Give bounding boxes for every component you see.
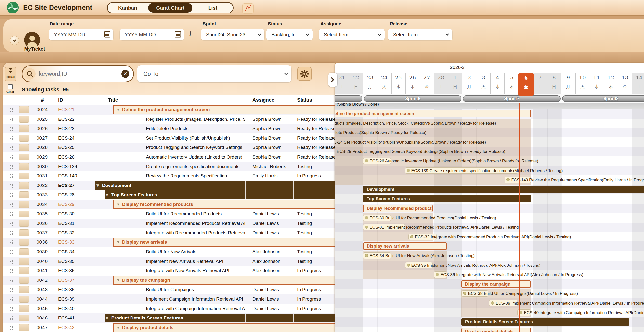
calendar-icon[interactable]	[104, 31, 110, 39]
expand-table-button[interactable]	[328, 73, 337, 87]
avatar[interactable]	[24, 32, 40, 48]
table-row[interactable]: 0041ECS-36Integrate with New Arrivals Re…	[4, 266, 335, 276]
collapse-triangle-icon[interactable]: ▼	[116, 202, 120, 207]
drag-handle-icon[interactable]	[10, 288, 13, 292]
group-row-bar[interactable]: ▼Development	[96, 181, 335, 190]
gantt-summary-bar[interactable]: Define the product management screen	[335, 110, 531, 117]
table-row[interactable]: 0038ECS-33▼Display new arrivals	[4, 238, 335, 247]
table-row[interactable]: 0045ECS-40Integrate with Campaign Inform…	[4, 304, 335, 314]
date-to-field[interactable]: YYYY-MM-DD	[120, 29, 184, 40]
table-row[interactable]: 0046ECS-41▼Product Details Screen Featur…	[4, 313, 335, 323]
assignee-select[interactable]: Select Item	[319, 29, 385, 40]
table-row[interactable]: 0037ECS-32Integrate with Recommended Pro…	[4, 228, 335, 238]
clear-filter-control[interactable]: Clear	[6, 84, 21, 94]
table-row[interactable]: 0030ECS-139Create requirements specifica…	[4, 162, 335, 172]
table-row[interactable]: 0031ECS-140Review the Requirements Speci…	[4, 171, 335, 181]
selected-summary-row[interactable]: ▼Define the product management screen	[113, 105, 335, 114]
drag-handle-icon[interactable]	[10, 165, 13, 169]
drag-handle-icon[interactable]	[10, 126, 13, 131]
table-row[interactable]: 0024ECS-21▼Define the product management…	[4, 105, 335, 114]
drag-handle-icon[interactable]	[10, 316, 13, 320]
drag-handle-icon[interactable]	[10, 117, 13, 122]
table-row[interactable]: 0026ECS-23Edit/Delete ProductsSophia Bro…	[4, 124, 335, 134]
table-row[interactable]: 0028ECS-25Product Tagging and Search Key…	[4, 143, 335, 152]
group-row-bar[interactable]: ▼Top Screen Features	[105, 190, 335, 199]
drag-handle-icon[interactable]	[10, 174, 13, 178]
drag-handle-icon[interactable]	[10, 136, 13, 140]
sprint-capsule[interactable]: Sprint8	[562, 96, 644, 102]
table-row[interactable]: 0034ECS-29▼Display recommended products	[4, 200, 335, 209]
drag-handle-icon[interactable]	[10, 269, 13, 273]
table-row[interactable]: 0047ECS-42▼Display product details	[4, 323, 335, 332]
sprint-capsule[interactable]: Sprint6	[364, 96, 462, 102]
table-row[interactable]: 0035ECS-30Build UI for Recommended Produ…	[4, 209, 335, 219]
search-clear-icon[interactable]: ✕	[122, 70, 129, 78]
drag-handle-icon[interactable]	[10, 212, 13, 216]
drag-handle-icon[interactable]	[10, 108, 13, 112]
day-number: 26	[406, 74, 420, 80]
gantt-summary-bar[interactable]: Display the campaign	[462, 280, 531, 288]
collapse-triangle-icon[interactable]: ▼	[105, 190, 110, 199]
drag-handle-icon[interactable]	[10, 202, 13, 206]
collapse-triangle-icon[interactable]: ▼	[96, 181, 100, 190]
collapse-triangle-icon[interactable]: ▼	[116, 108, 120, 112]
drag-handle-icon[interactable]	[10, 250, 13, 254]
drag-handle-icon[interactable]	[10, 231, 13, 235]
burndown-chart-button[interactable]	[242, 4, 254, 14]
clear-checkbox[interactable]	[8, 84, 13, 89]
gantt-group-bar[interactable]: Top Screen Features	[363, 195, 531, 202]
table-row[interactable]: 0027ECS-24Set Product Visibility (Publis…	[4, 134, 335, 143]
drag-handle-icon[interactable]	[10, 155, 13, 159]
drag-handle-icon[interactable]	[10, 221, 13, 226]
drag-handle-icon[interactable]	[10, 259, 13, 264]
calendar-icon[interactable]	[175, 31, 181, 39]
sprint-capsule[interactable]: Sprint7	[463, 96, 560, 102]
group-row-bar[interactable]: ▼Product Details Screen Features	[105, 314, 335, 322]
release-select[interactable]: Select Item	[388, 29, 452, 40]
drag-handle-icon[interactable]	[10, 297, 13, 301]
settings-button[interactable]	[297, 67, 312, 81]
table-row[interactable]: 0025ECS-22Register Products (Images, Des…	[4, 114, 335, 124]
table-row[interactable]: 0039ECS-34Build UI for New ArrivalsAlex …	[4, 247, 335, 257]
gantt-summary-bar[interactable]: Display new arrivals	[363, 242, 446, 250]
table-row[interactable]: 0042ECS-37▼Display the campaign	[4, 276, 335, 285]
search-input[interactable]	[39, 71, 122, 77]
drag-handle-icon[interactable]	[10, 240, 13, 244]
tab-gantt-chart[interactable]: Gantt Chart	[148, 3, 192, 12]
drag-handle-icon[interactable]	[10, 307, 13, 311]
collapse-filters-button[interactable]	[10, 36, 19, 45]
gantt-summary-bar[interactable]: Display product details	[462, 328, 531, 332]
sprint-select[interactable]: Sprint24, Sprint23	[201, 29, 264, 40]
drag-handle-icon[interactable]	[10, 193, 13, 197]
selected-summary-row[interactable]: ▼Display product details	[113, 323, 335, 332]
table-row[interactable]: 0036ECS-31Implement Recommended Products…	[4, 219, 335, 228]
collapse-triangle-icon[interactable]: ▼	[116, 326, 120, 330]
date-from-field[interactable]: YYYY-MM-DD	[49, 29, 113, 40]
collapse-triangle-icon[interactable]: ▼	[116, 278, 120, 283]
table-row[interactable]: 0043ECS-38Build UI for CampaignsDaniel L…	[4, 285, 335, 294]
tab-list[interactable]: List	[193, 5, 233, 11]
collapse-triangle-icon[interactable]: ▼	[116, 240, 120, 245]
goto-select[interactable]: Go To	[138, 65, 292, 82]
selected-summary-row[interactable]: ▼Display recommended products	[113, 200, 335, 209]
selected-summary-row[interactable]: ▼Display new arrivals	[113, 238, 335, 246]
table-row[interactable]: 0029ECS-26Automatic Inventory Update (Li…	[4, 152, 335, 162]
table-row[interactable]: 0032ECS-27▼Development	[4, 181, 335, 190]
table-row[interactable]: 0044ECS-39Implement Campaign Information…	[4, 294, 335, 304]
open-all-button[interactable]: open all	[5, 67, 16, 82]
gantt-group-bar[interactable]: Product Details Screen Features	[462, 318, 629, 326]
gantt-summary-bar[interactable]: Display recommended products	[363, 205, 432, 212]
status-select[interactable]: Backlog, In Progress	[266, 29, 312, 40]
table-row[interactable]: 0040ECS-35Implement New Arrivals Retriev…	[4, 257, 335, 266]
gantt-group-bar[interactable]: Development	[363, 186, 644, 193]
tab-kanban[interactable]: Kanban	[108, 5, 148, 11]
table-row[interactable]: 0033ECS-28▼Top Screen Features	[4, 190, 335, 200]
drag-handle-icon[interactable]	[10, 184, 13, 188]
search-box[interactable]: ✕	[22, 65, 134, 82]
sprint-capsule[interactable]	[335, 96, 362, 102]
selected-summary-row[interactable]: ▼Display the campaign	[113, 276, 335, 285]
drag-handle-icon[interactable]	[10, 278, 13, 282]
drag-handle-icon[interactable]	[10, 146, 13, 150]
collapse-triangle-icon[interactable]: ▼	[105, 314, 110, 322]
drag-handle-icon[interactable]	[10, 326, 13, 330]
